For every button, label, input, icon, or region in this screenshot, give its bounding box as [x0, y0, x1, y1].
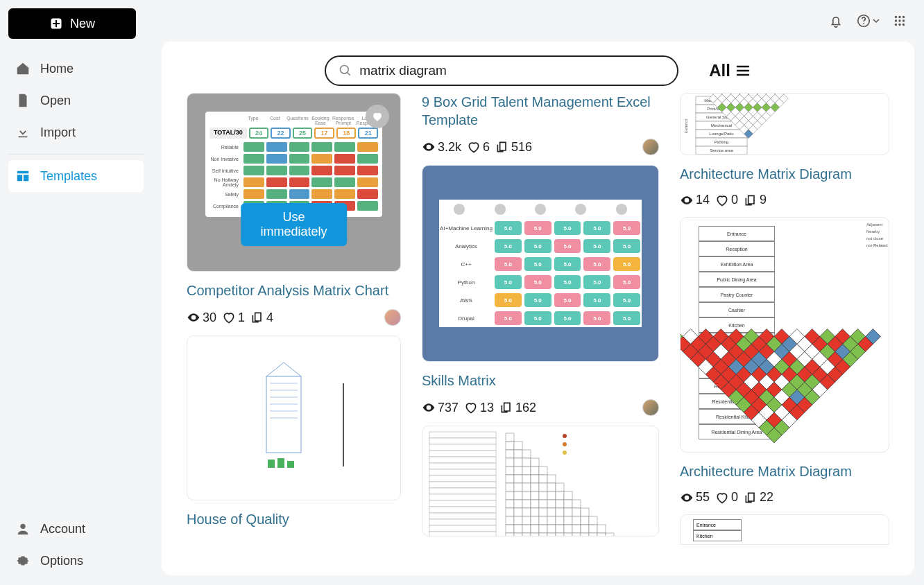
sidebar-item-import[interactable]: Import — [8, 116, 144, 148]
avatar[interactable] — [642, 139, 659, 155]
svg-rect-30 — [429, 463, 496, 469]
sidebar-item-templates[interactable]: Templates — [8, 160, 144, 192]
svg-rect-78 — [564, 491, 572, 500]
menu-icon — [735, 62, 751, 79]
bell-icon[interactable] — [828, 13, 844, 28]
template-thumbnail[interactable]: EntranceKitchen — [680, 514, 889, 545]
account-icon — [15, 521, 31, 536]
template-title[interactable]: Architecture Matrix Diagram — [680, 165, 889, 183]
preview-chart: AI+Machine Learning5.05.05.05.05.0Analyt… — [439, 200, 642, 327]
favorite-button[interactable] — [366, 105, 389, 128]
templates-icon — [15, 168, 31, 184]
svg-rect-67 — [531, 483, 539, 491]
search-input[interactable] — [359, 63, 665, 78]
sidebar-item-label: Home — [40, 62, 74, 76]
use-immediately-button[interactable]: Use immediately — [241, 203, 348, 246]
template-thumbnail[interactable]: AI+Machine Learning5.05.05.05.05.0Analyt… — [422, 165, 659, 362]
template-title[interactable]: Competitor Analysis Matrix Chart — [187, 281, 401, 299]
avatar[interactable] — [642, 399, 659, 416]
template-title[interactable]: Architecture Matrix Diagram — [680, 462, 889, 480]
svg-rect-133 — [606, 533, 614, 536]
template-thumbnail[interactable]: TypeCostQuestionsBooking EaseResponse Pr… — [187, 93, 401, 272]
svg-rect-47 — [514, 450, 522, 458]
copy-icon — [495, 140, 509, 154]
svg-text:Lounge/Patio: Lounge/Patio — [709, 132, 734, 136]
heart-icon — [222, 311, 236, 324]
svg-rect-128 — [564, 533, 572, 536]
svg-rect-118 — [581, 525, 589, 533]
svg-rect-97 — [581, 508, 589, 516]
svg-point-149 — [563, 442, 567, 446]
template-title[interactable]: House of Quality — [187, 510, 401, 528]
svg-point-10 — [895, 24, 897, 26]
svg-rect-104 — [556, 516, 564, 525]
svg-rect-70 — [556, 483, 564, 491]
filter-all-button[interactable]: All — [709, 61, 751, 80]
svg-rect-65 — [514, 483, 522, 491]
svg-rect-95 — [564, 508, 572, 516]
svg-rect-61 — [531, 475, 539, 483]
template-meta: 3.2k 6 516 — [422, 139, 659, 155]
svg-point-9 — [902, 19, 905, 21]
svg-rect-27 — [429, 444, 496, 451]
svg-text:Service area: Service area — [710, 148, 733, 152]
avatar[interactable] — [384, 309, 401, 326]
sidebar-item-open[interactable]: Open — [8, 85, 144, 116]
svg-point-150 — [563, 451, 567, 455]
svg-rect-120 — [597, 525, 606, 533]
sidebar-item-options[interactable]: Options — [8, 545, 144, 577]
svg-rect-110 — [514, 525, 522, 533]
svg-rect-115 — [556, 525, 564, 533]
svg-rect-40 — [429, 525, 496, 532]
svg-rect-93 — [547, 508, 556, 516]
template-meta: 737 13 162 — [422, 399, 659, 416]
svg-rect-21 — [268, 460, 275, 468]
template-meta: 30 1 4 — [187, 309, 401, 326]
template-title[interactable]: 9 Box Grid Talent Management Excel Templ… — [422, 93, 659, 129]
svg-rect-127 — [556, 533, 564, 536]
preview-chart: ExteriorMaterials/SamplesPrint/WorkroomG… — [681, 94, 889, 155]
svg-rect-89 — [514, 508, 522, 516]
svg-rect-105 — [564, 516, 572, 525]
svg-rect-75 — [539, 491, 547, 500]
svg-rect-43 — [506, 433, 514, 442]
svg-point-4 — [895, 16, 897, 18]
svg-rect-117 — [572, 525, 581, 533]
preview-chart — [204, 356, 384, 480]
heart-icon — [467, 140, 481, 154]
svg-rect-24 — [343, 383, 344, 466]
svg-rect-77 — [556, 491, 564, 500]
svg-rect-56 — [531, 466, 539, 475]
search-box — [325, 55, 678, 86]
svg-rect-98 — [506, 516, 514, 525]
svg-rect-68 — [539, 483, 547, 491]
svg-rect-114 — [547, 525, 556, 533]
template-thumbnail[interactable]: EntranceReceptionExhibition AreaPublic D… — [680, 217, 889, 453]
help-button[interactable] — [856, 13, 880, 28]
svg-rect-52 — [531, 458, 539, 466]
grid-icon[interactable] — [892, 13, 907, 28]
svg-rect-58 — [506, 475, 514, 483]
template-thumbnail[interactable]: ExteriorMaterials/SamplesPrint/WorkroomG… — [680, 93, 889, 155]
template-meta: 55 0 22 — [680, 490, 889, 505]
svg-rect-106 — [572, 516, 581, 525]
svg-rect-126 — [547, 533, 556, 536]
content-card: All TypeCostQuestionsBooking EaseRespons… — [162, 42, 914, 575]
svg-rect-123 — [522, 533, 531, 536]
svg-rect-94 — [556, 508, 564, 516]
svg-rect-84 — [547, 500, 556, 508]
sidebar-item-home[interactable]: Home — [8, 53, 144, 85]
new-button[interactable]: New — [8, 8, 136, 39]
heart-icon — [715, 491, 729, 505]
heart-icon — [371, 110, 384, 123]
svg-rect-103 — [547, 516, 556, 525]
template-title[interactable]: Skills Matrix — [422, 372, 659, 390]
search-icon — [339, 64, 352, 78]
template-thumbnail[interactable] — [187, 335, 401, 500]
svg-rect-45 — [514, 442, 522, 450]
filter-all-label: All — [709, 61, 730, 80]
svg-rect-50 — [514, 458, 522, 466]
svg-rect-76 — [547, 491, 556, 500]
template-thumbnail[interactable] — [422, 426, 659, 536]
sidebar-item-account[interactable]: Account — [8, 513, 144, 545]
